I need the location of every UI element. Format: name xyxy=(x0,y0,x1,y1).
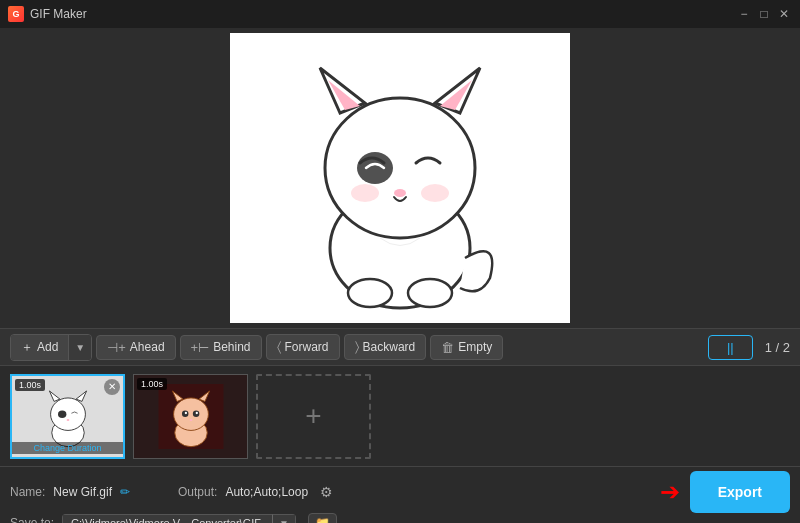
frame-1-duration: 1.00s xyxy=(15,379,45,391)
svg-point-8 xyxy=(421,184,449,202)
name-output-row: Name: New Gif.gif ✏ Output: Auto;Auto;Lo… xyxy=(10,471,790,513)
page-separator: / xyxy=(776,340,780,355)
add-frame-button[interactable]: + xyxy=(256,374,371,459)
empty-label: Empty xyxy=(458,340,492,354)
window-controls: − □ ✕ xyxy=(736,6,792,22)
toolbar: ＋ Add ▼ ⊣+ Ahead +⊢ Behind 〈 Forward 〉 B… xyxy=(0,328,800,366)
behind-label: Behind xyxy=(213,340,250,354)
backward-button[interactable]: 〉 Backward xyxy=(344,334,427,360)
behind-button[interactable]: +⊢ Behind xyxy=(180,335,262,360)
maximize-button[interactable]: □ xyxy=(756,6,772,22)
title-bar: G GIF Maker − □ ✕ xyxy=(0,0,800,28)
svg-point-20 xyxy=(173,397,208,430)
ahead-label: Ahead xyxy=(130,340,165,354)
ahead-icon: ⊣+ xyxy=(107,340,126,355)
arrow-icon: ➔ xyxy=(660,478,680,506)
save-path-group: ▼ xyxy=(62,514,296,523)
svg-point-9 xyxy=(357,152,393,184)
frame-strip: 1.00s ✕ Change Duration 1.00s xyxy=(0,366,800,466)
empty-button[interactable]: 🗑 Empty xyxy=(430,335,503,360)
add-label: Add xyxy=(37,340,58,354)
svg-point-11 xyxy=(408,279,452,307)
svg-point-27 xyxy=(189,419,192,421)
pause-indicator[interactable]: || xyxy=(708,335,753,360)
behind-icon: +⊢ xyxy=(191,340,210,355)
name-label: Name: xyxy=(10,485,45,499)
svg-point-26 xyxy=(195,411,197,413)
close-button[interactable]: ✕ xyxy=(776,6,792,22)
save-to-label: Save to: xyxy=(10,516,54,523)
preview-area xyxy=(0,28,800,328)
add-dropdown-arrow[interactable]: ▼ xyxy=(68,335,91,360)
svg-point-25 xyxy=(184,411,186,413)
frame-1-close[interactable]: ✕ xyxy=(104,379,120,395)
edit-name-icon[interactable]: ✏ xyxy=(120,485,130,499)
add-button[interactable]: ＋ Add xyxy=(11,335,68,360)
svg-point-10 xyxy=(348,279,392,307)
save-to-row: Save to: ▼ 📁 xyxy=(10,513,790,523)
svg-point-17 xyxy=(66,419,69,421)
frame-1[interactable]: 1.00s ✕ Change Duration xyxy=(10,374,125,459)
backward-label: Backward xyxy=(363,340,416,354)
ahead-button[interactable]: ⊣+ Ahead xyxy=(96,335,175,360)
svg-point-16 xyxy=(58,410,66,417)
svg-point-1 xyxy=(325,98,475,238)
minimize-button[interactable]: − xyxy=(736,6,752,22)
forward-icon: 〈 xyxy=(277,339,281,355)
trash-icon: 🗑 xyxy=(441,340,454,355)
svg-marker-15 xyxy=(76,390,86,400)
preview-image xyxy=(230,33,570,323)
forward-label: Forward xyxy=(285,340,329,354)
add-button-group: ＋ Add ▼ xyxy=(10,334,92,361)
page-indicator: 1 / 2 xyxy=(765,340,790,355)
app-title: GIF Maker xyxy=(30,7,87,21)
forward-button[interactable]: 〈 Forward xyxy=(266,334,340,360)
export-button[interactable]: Export xyxy=(690,471,790,513)
svg-point-7 xyxy=(351,184,379,202)
page-total: 2 xyxy=(783,340,790,355)
save-path-input[interactable] xyxy=(62,514,272,523)
output-label: Output: xyxy=(178,485,217,499)
page-current: 1 xyxy=(765,340,772,355)
svg-point-13 xyxy=(50,397,85,430)
app-icon: G xyxy=(8,6,24,22)
folder-button[interactable]: 📁 xyxy=(308,513,337,523)
backward-icon: 〉 xyxy=(355,339,359,355)
pause-icon: || xyxy=(727,340,734,355)
export-container: ➔ Export xyxy=(660,471,790,513)
name-value: New Gif.gif xyxy=(53,485,112,499)
title-bar-left: G GIF Maker xyxy=(8,6,87,22)
frame-1-label[interactable]: Change Duration xyxy=(12,442,123,454)
cat-image xyxy=(260,38,540,318)
svg-point-6 xyxy=(394,189,406,197)
frame-2[interactable]: 1.00s xyxy=(133,374,248,459)
svg-marker-14 xyxy=(49,390,59,400)
frame-2-duration: 1.00s xyxy=(137,378,167,390)
output-settings-icon[interactable]: ⚙ xyxy=(320,484,333,500)
output-value: Auto;Auto;Loop xyxy=(225,485,308,499)
save-path-dropdown[interactable]: ▼ xyxy=(272,514,296,523)
plus-icon: ＋ xyxy=(21,339,33,356)
bottom-bar: Name: New Gif.gif ✏ Output: Auto;Auto;Lo… xyxy=(0,466,800,523)
